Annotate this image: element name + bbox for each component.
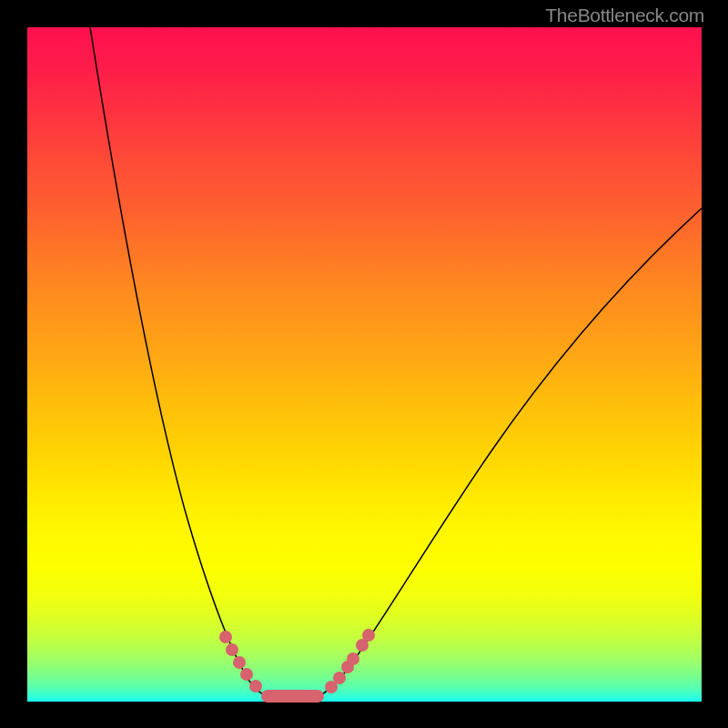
right-marker-6 (362, 629, 375, 642)
right-marker-2 (333, 672, 346, 684)
left-marker-4 (240, 668, 253, 681)
left-marker-5 (249, 680, 262, 693)
watermark-text: TheBottleneck.com (545, 5, 704, 26)
left-marker-2 (226, 643, 238, 656)
bottleneck-left-curve (90, 27, 269, 697)
right-marker-4 (347, 652, 359, 665)
bottleneck-right-curve (316, 208, 702, 697)
flat-minimum-bar (261, 690, 324, 703)
left-marker-1 (219, 631, 232, 643)
left-marker-3 (233, 656, 246, 669)
